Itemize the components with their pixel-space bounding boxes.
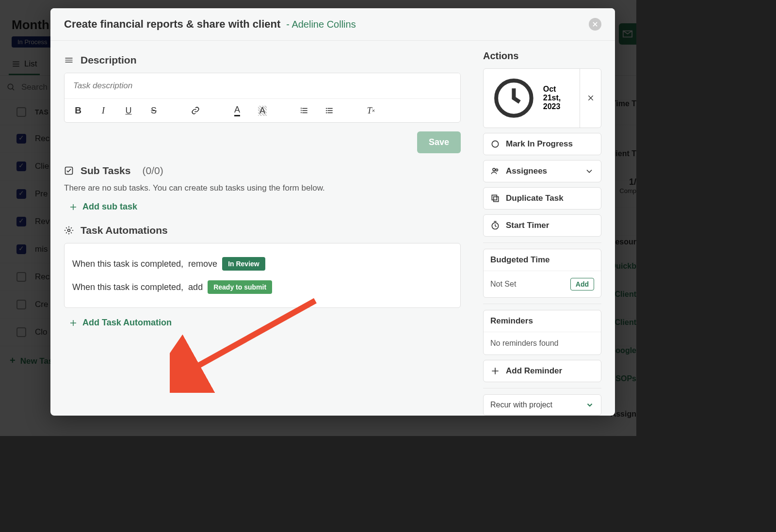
assignees-button[interactable]: Assignees bbox=[484, 161, 601, 182]
svg-point-3 bbox=[326, 108, 327, 109]
automation-row[interactable]: When this task is completed, add Ready t… bbox=[72, 275, 453, 299]
clear-date-button[interactable] bbox=[580, 69, 601, 128]
svg-point-5 bbox=[326, 112, 327, 113]
automations-heading: Task Automations bbox=[64, 225, 461, 236]
chevron-down-icon bbox=[585, 401, 594, 409]
modal-side-column: Actions Oct 21st, 2023 Mark In Progress bbox=[474, 41, 615, 416]
strike-button[interactable]: S bbox=[147, 104, 161, 117]
circle-icon bbox=[490, 139, 500, 149]
budgeted-card: Budgeted Time Not Set Add bbox=[483, 249, 601, 298]
actions-heading: Actions bbox=[483, 50, 601, 62]
add-reminder-button[interactable]: Add Reminder bbox=[484, 360, 601, 382]
automation-row[interactable]: When this task is completed, remove In R… bbox=[72, 252, 453, 275]
clear-format-button[interactable]: T× bbox=[364, 104, 378, 117]
svg-point-9 bbox=[492, 141, 498, 147]
modal-title: Create financial reports & share with cl… bbox=[64, 18, 280, 31]
description-box: B I U S A A T× bbox=[64, 73, 461, 123]
reminders-empty: No reminders found bbox=[490, 339, 559, 348]
timer-icon bbox=[490, 221, 500, 230]
svg-point-10 bbox=[493, 168, 495, 171]
add-automation-button[interactable]: Add Task Automation bbox=[69, 318, 456, 328]
menu-icon bbox=[64, 55, 74, 65]
modal-header: Create financial reports & share with cl… bbox=[50, 8, 615, 41]
budgeted-value: Not Set bbox=[490, 280, 516, 289]
task-modal: Create financial reports & share with cl… bbox=[50, 8, 615, 416]
save-button[interactable]: Save bbox=[417, 131, 461, 153]
start-timer-button[interactable]: Start Timer bbox=[484, 215, 601, 236]
description-input[interactable] bbox=[65, 73, 460, 98]
svg-point-4 bbox=[326, 110, 327, 111]
svg-rect-13 bbox=[492, 195, 497, 200]
italic-button[interactable]: I bbox=[97, 104, 110, 117]
reminders-card: Reminders No reminders found bbox=[483, 310, 601, 355]
due-date-button[interactable]: Oct 21st, 2023 bbox=[484, 69, 580, 128]
plus-icon bbox=[490, 366, 500, 376]
automations-box: When this task is completed, remove In R… bbox=[64, 243, 461, 308]
clock-icon bbox=[490, 75, 537, 122]
gear-icon bbox=[64, 226, 74, 235]
svg-point-11 bbox=[496, 169, 498, 171]
budgeted-heading: Budgeted Time bbox=[484, 249, 601, 271]
text-color-button[interactable]: A bbox=[230, 104, 244, 117]
bg-color-button[interactable]: A bbox=[256, 104, 269, 117]
underline-button[interactable]: U bbox=[122, 104, 135, 117]
link-button[interactable] bbox=[189, 104, 202, 117]
rtf-toolbar: B I U S A A T× bbox=[65, 98, 460, 122]
plus-icon bbox=[69, 319, 78, 327]
reminders-heading: Reminders bbox=[484, 310, 601, 332]
svg-point-7 bbox=[68, 229, 70, 232]
svg-rect-12 bbox=[494, 196, 499, 201]
subtasks-count: (0/0) bbox=[142, 165, 163, 177]
due-date-card: Oct 21st, 2023 bbox=[483, 68, 601, 128]
close-button[interactable] bbox=[589, 18, 601, 31]
ul-button[interactable] bbox=[323, 104, 336, 117]
add-subtask-button[interactable]: Add sub task bbox=[69, 202, 456, 212]
ol-button[interactable] bbox=[297, 104, 311, 117]
duplicate-task-button[interactable]: Duplicate Task bbox=[484, 188, 601, 209]
check-square-icon bbox=[64, 166, 74, 176]
description-heading: Description bbox=[64, 54, 461, 66]
recur-select[interactable]: Recur with project bbox=[483, 394, 601, 416]
people-icon bbox=[490, 166, 500, 176]
mark-in-progress-button[interactable]: Mark In Progress bbox=[484, 133, 601, 155]
subtasks-empty-text: There are no sub tasks. You can create s… bbox=[64, 183, 461, 193]
chevron-down-icon bbox=[584, 166, 594, 176]
modal-main-column: Description B I U S A A bbox=[50, 41, 474, 416]
bold-button[interactable]: B bbox=[71, 104, 85, 117]
subtasks-heading: Sub Tasks (0/0) bbox=[64, 165, 461, 177]
add-budget-button[interactable]: Add bbox=[570, 278, 594, 290]
copy-icon bbox=[490, 193, 500, 203]
modal-owner-link[interactable]: Adeline Collins bbox=[291, 19, 356, 30]
plus-icon bbox=[69, 203, 78, 211]
